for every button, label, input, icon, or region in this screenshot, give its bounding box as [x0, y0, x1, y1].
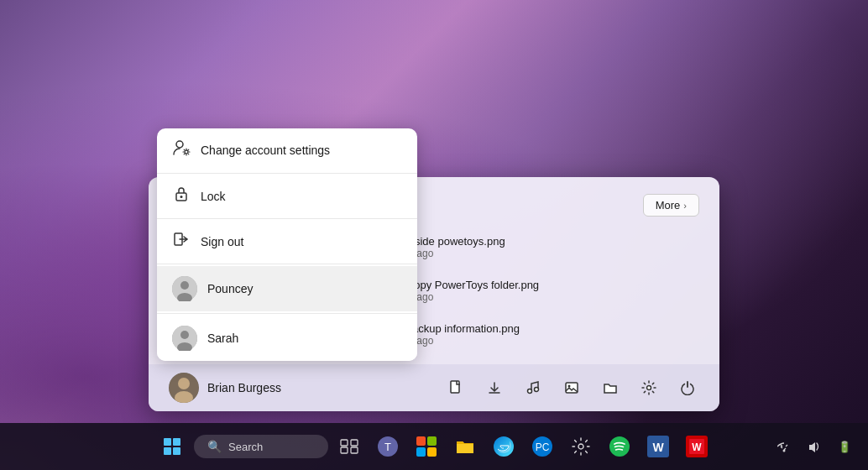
change-account-label: Change account settings — [201, 144, 330, 157]
app-button[interactable]: W — [679, 429, 714, 464]
svg-point-34 — [578, 444, 583, 449]
person-settings-icon — [172, 138, 191, 161]
avatar — [172, 326, 197, 351]
avatar — [169, 373, 199, 403]
file-info: 7 Copy PowerToys folder.png 19h ago — [397, 279, 539, 303]
search-icon: 🔍 — [207, 440, 222, 453]
separator — [157, 313, 417, 314]
teams-button[interactable]: T — [370, 429, 405, 464]
avatar — [172, 276, 197, 301]
task-view-button[interactable] — [332, 429, 367, 464]
change-account-settings-button[interactable]: Change account settings — [157, 128, 417, 171]
volume-icon[interactable] — [801, 433, 828, 460]
pc-manager-button[interactable]: PC — [525, 429, 560, 464]
svg-point-5 — [535, 388, 539, 392]
svg-rect-30 — [427, 447, 437, 457]
svg-point-15 — [180, 281, 189, 290]
svg-text:T: T — [384, 441, 391, 453]
power-icon[interactable] — [676, 376, 699, 400]
music-icon[interactable] — [521, 376, 545, 400]
windows-start-button[interactable] — [154, 428, 191, 465]
svg-point-4 — [528, 389, 532, 394]
download-icon[interactable] — [483, 376, 506, 400]
sign-out-button[interactable]: Sign out — [157, 221, 417, 262]
svg-point-12 — [180, 196, 183, 198]
microsoft-store-button[interactable] — [409, 429, 444, 464]
user-pouncey-item[interactable]: Pouncey — [157, 266, 417, 311]
sign-out-label: Sign out — [201, 235, 243, 248]
user-profile[interactable]: Brian Burgess — [169, 373, 281, 403]
user-name: Brian Burgess — [207, 381, 281, 394]
user-pouncey-name: Pouncey — [207, 282, 253, 295]
separator — [157, 218, 417, 219]
separator — [157, 264, 417, 264]
spotify-button[interactable] — [602, 429, 637, 464]
lock-label: Lock — [201, 190, 226, 203]
file-time: 19h ago — [397, 291, 539, 303]
more-label: More — [656, 199, 681, 212]
svg-rect-22 — [341, 447, 348, 453]
battery-icon: 🔋 — [831, 433, 858, 460]
user-sarah-item[interactable]: Sarah — [157, 316, 417, 361]
svg-rect-27 — [416, 436, 426, 446]
account-popup: Change account settings Lock Sign out — [157, 128, 417, 361]
svg-text:PC: PC — [536, 441, 550, 453]
word-button[interactable]: W — [641, 429, 676, 464]
search-label: Search — [228, 441, 263, 453]
search-bar[interactable]: 🔍 Search — [194, 435, 328, 458]
sign-out-icon — [172, 231, 191, 252]
windows-logo-icon — [164, 438, 180, 455]
network-icon[interactable] — [771, 433, 797, 460]
svg-point-10 — [185, 150, 188, 154]
system-tray: 🔋 — [771, 433, 858, 460]
svg-rect-29 — [416, 447, 426, 457]
taskbar: 🔍 Search T — [0, 423, 868, 470]
more-button[interactable]: More › — [643, 194, 699, 217]
separator — [157, 173, 417, 174]
settings-button[interactable] — [563, 429, 599, 464]
file-explorer-button[interactable] — [447, 429, 483, 464]
svg-rect-21 — [351, 440, 358, 446]
svg-point-9 — [176, 141, 183, 148]
lock-icon — [172, 185, 191, 206]
folder-icon[interactable] — [599, 376, 622, 400]
svg-rect-20 — [341, 440, 348, 446]
svg-point-41 — [783, 450, 786, 452]
svg-rect-23 — [351, 447, 358, 453]
file-name: 7 Copy PowerToys folder.png — [397, 279, 539, 291]
svg-text:W: W — [692, 441, 702, 453]
svg-text:W: W — [652, 441, 664, 454]
power-icons-group — [444, 376, 699, 400]
svg-point-1 — [178, 378, 190, 389]
lock-button[interactable]: Lock — [157, 175, 417, 217]
new-document-icon[interactable] — [444, 376, 468, 400]
svg-rect-3 — [451, 381, 459, 393]
gear-icon[interactable] — [637, 376, 661, 400]
svg-point-18 — [180, 331, 189, 339]
taskbar-center: 🔍 Search T — [154, 428, 714, 465]
edge-button[interactable] — [486, 429, 521, 464]
start-menu-bottom: Brian Burgess — [149, 364, 719, 411]
photos-icon[interactable] — [560, 376, 583, 400]
chevron-right-icon: › — [683, 201, 687, 211]
svg-rect-28 — [427, 436, 437, 446]
user-sarah-name: Sarah — [207, 332, 238, 345]
svg-point-8 — [647, 386, 651, 390]
